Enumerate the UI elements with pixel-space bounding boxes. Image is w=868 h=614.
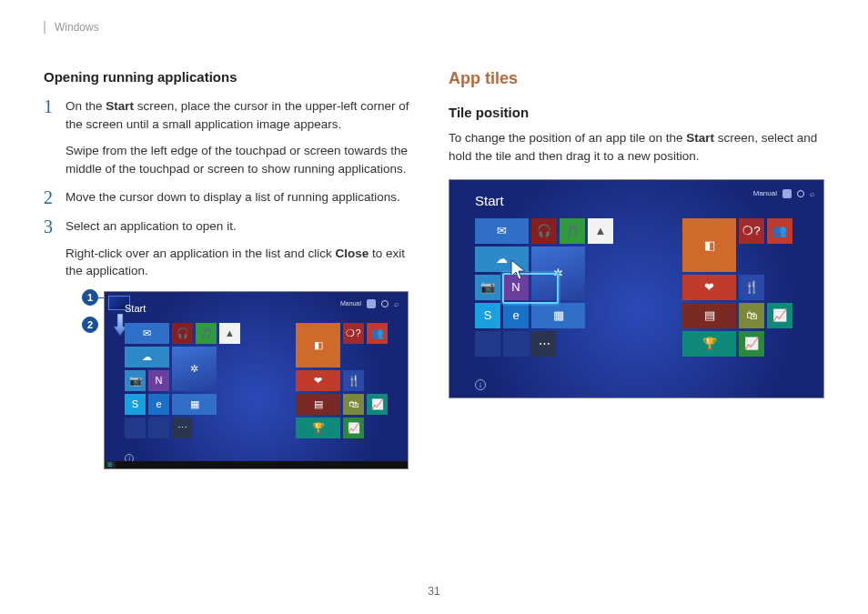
tile-empty	[616, 247, 641, 272]
callout-1: 1	[82, 289, 98, 306]
step1-para2: Swipe from the left edge of the touchpad…	[66, 142, 410, 177]
search-icon: ⌕	[810, 189, 814, 198]
tile-dots: ⋯	[172, 418, 193, 438]
tile-skype: S	[125, 394, 146, 415]
cursor-icon	[510, 258, 530, 282]
tile-sports: 🏆	[296, 418, 340, 438]
tile-help: ❍?	[343, 323, 364, 344]
power-icon	[797, 190, 804, 197]
start-button-icon: ⊞	[105, 461, 116, 468]
tile-weather: ✲	[172, 347, 217, 391]
steps-list: 1 On the Start screen, place the cursor …	[44, 97, 410, 280]
page-header: Windows	[44, 20, 824, 35]
tile-empty	[367, 347, 388, 367]
document-page: Windows Opening running applications 1 O…	[0, 0, 868, 614]
tile-empty	[767, 247, 792, 272]
tile-headset: 🎧	[172, 323, 193, 344]
step-number: 1	[44, 97, 56, 177]
tile-calendar: ▦	[172, 394, 217, 415]
tile-money: 📈	[739, 331, 764, 357]
start-screen-figure-small: Start Manual ⌕ ✉ 🎧 🎵 ▲ ☁	[104, 291, 409, 469]
tile-help: ❍?	[739, 218, 764, 244]
tile-store: 🛍	[739, 303, 764, 328]
tile-dots: ⋯	[531, 331, 557, 357]
tile-dark1	[125, 418, 146, 438]
tile-empty	[367, 370, 388, 391]
user-avatar-icon	[367, 299, 376, 308]
tile-onedrive: ▲	[588, 218, 613, 244]
tile-empty	[739, 247, 764, 272]
tile-office: ◧	[296, 323, 340, 367]
tile-skype: S	[475, 303, 500, 328]
chapter-title: Windows	[49, 21, 99, 34]
right-subheading: Tile position	[449, 105, 824, 120]
tile-finance: 📈	[767, 303, 792, 328]
step-number: 2	[44, 188, 56, 206]
tile-empty	[616, 218, 641, 244]
apps-arrow-icon: ↓	[475, 379, 486, 390]
tile-camera: 📷	[125, 370, 146, 391]
step3-para1: Select an application to open it.	[66, 219, 237, 233]
tile-mail: ✉	[475, 218, 529, 244]
tile-store: 🛍	[343, 394, 364, 415]
tile-empty	[616, 303, 641, 328]
tile-sports: 🏆	[682, 331, 736, 357]
tile-dark1	[475, 331, 500, 357]
tile-music: 🎵	[560, 218, 585, 244]
right-column: App tiles Tile position To change the po…	[449, 69, 824, 469]
user-name: Manual	[340, 300, 361, 307]
tile-dark2	[503, 331, 529, 357]
tile-news: ▤	[296, 394, 340, 415]
tile-ie: e	[503, 303, 529, 328]
tile-empty	[588, 303, 613, 328]
taskbar: ⊞	[105, 461, 408, 468]
tile-ie: e	[148, 394, 169, 415]
tile-empty	[767, 275, 792, 300]
tile-group-2: ◧ ❍? 👥 ❤ 🍴 ▤ 🛍 📈 🏆 📈	[296, 323, 388, 438]
tile-headset: 🎧	[531, 218, 557, 244]
tile-camera: 📷	[475, 275, 500, 300]
tile-empty	[219, 370, 240, 391]
power-icon	[381, 300, 389, 307]
user-area: Manual ⌕	[340, 299, 399, 308]
tile-group-2: ◧ ❍? 👥 ❤ 🍴 ▤ 🛍 📈 🏆 📈	[682, 218, 792, 357]
left-column: Opening running applications 1 On the St…	[44, 69, 410, 469]
content-columns: Opening running applications 1 On the St…	[44, 69, 824, 469]
tile-food: 🍴	[343, 370, 364, 391]
start-title: Start	[125, 303, 146, 314]
tile-mail: ✉	[125, 323, 169, 344]
tile-health: ❤	[296, 370, 340, 391]
tile-group-1: ✉ 🎧 🎵 ▲ ☁ ✲ 📷 N S e	[125, 323, 264, 438]
start-title: Start	[475, 193, 504, 208]
tile-empty	[219, 394, 240, 415]
callout-2: 2	[82, 317, 98, 333]
step-text: On the Start screen, place the cursor in…	[66, 97, 410, 177]
tile-onenote: N	[148, 370, 169, 391]
tile-health: ❤	[682, 275, 736, 300]
tile-news: ▤	[682, 303, 736, 328]
step3-para2: Right-click over an application in the l…	[66, 245, 410, 280]
step-text: Select an application to open it. Right-…	[66, 217, 410, 280]
tile-empty	[616, 275, 641, 300]
tile-empty	[343, 347, 364, 367]
right-paragraph: To change the position of an app tile on…	[449, 129, 824, 166]
left-heading: Opening running applications	[44, 69, 410, 85]
user-name: Manual	[753, 189, 777, 197]
page-number: 31	[0, 585, 868, 598]
search-icon: ⌕	[394, 299, 399, 308]
tile-money: 📈	[343, 418, 364, 438]
section-heading: App tiles	[449, 69, 824, 88]
tile-empty	[243, 394, 264, 415]
user-avatar-icon	[782, 189, 792, 198]
step1-para1: On the Start screen, place the cursor in…	[66, 99, 409, 131]
tile-food: 🍴	[739, 275, 764, 300]
step-2: 2 Move the cursor down to display a list…	[44, 188, 410, 206]
step-1: 1 On the Start screen, place the cursor …	[44, 97, 410, 177]
tile-people: 👥	[367, 323, 388, 344]
tile-music: 🎵	[196, 323, 217, 344]
step-number: 3	[44, 217, 56, 280]
start-screen-figure-big: Start Manual ⌕ ✉ 🎧 🎵 ▲ ☁ ✲	[449, 179, 824, 398]
tile-empty	[243, 347, 264, 367]
tile-office: ◧	[682, 218, 736, 272]
tile-calendar: ▦	[531, 303, 585, 328]
